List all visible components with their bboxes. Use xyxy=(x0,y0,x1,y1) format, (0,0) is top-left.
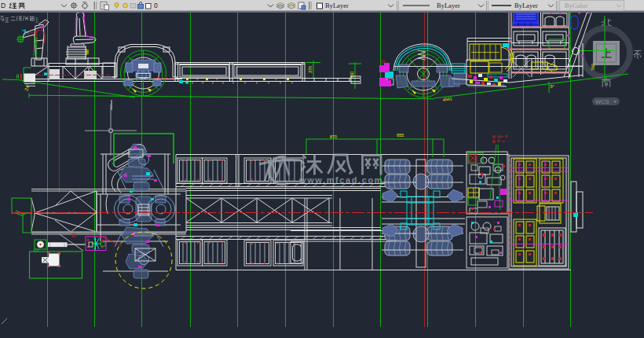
svg-text:350: 350 xyxy=(349,72,354,79)
svg-text:370: 370 xyxy=(308,66,313,73)
svg-text:ByLayer: ByLayer xyxy=(325,2,349,9)
svg-text:WCS: WCS xyxy=(595,98,609,105)
svg-text:ByColor: ByColor xyxy=(565,2,587,9)
svg-text:ByLayer: ByLayer xyxy=(437,2,460,9)
svg-text:D: D xyxy=(1,2,5,9)
svg-text:870: 870 xyxy=(330,134,337,139)
svg-text:][: ][ xyxy=(5,16,9,23)
svg-text:ByLayer: ByLayer xyxy=(514,2,538,9)
svg-text:955: 955 xyxy=(397,133,404,138)
svg-text:]: ] xyxy=(36,16,38,23)
svg-text:5°: 5° xyxy=(551,84,554,89)
svg-text:www.mfcad.com: www.mfcad.com xyxy=(298,175,383,185)
svg-text:760: 760 xyxy=(591,64,595,71)
svg-text:0: 0 xyxy=(154,2,158,9)
